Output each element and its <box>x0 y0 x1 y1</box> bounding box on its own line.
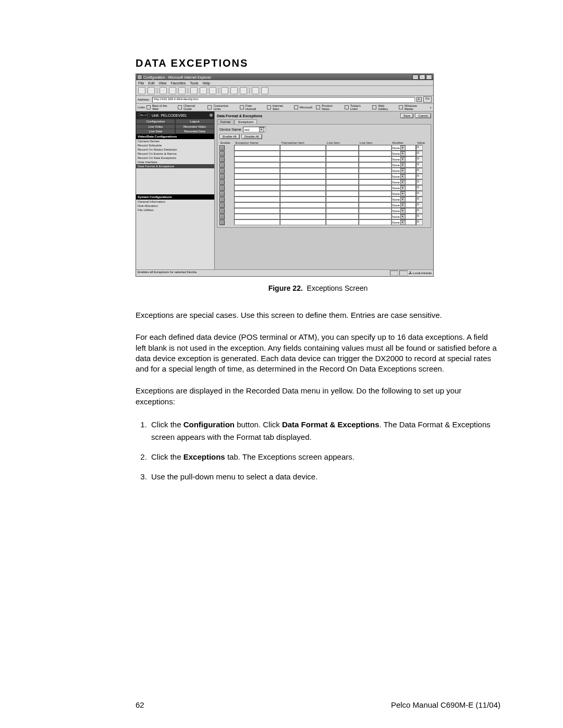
link-item[interactable]: Internet Start <box>273 104 290 110</box>
refresh-icon[interactable] <box>169 87 176 94</box>
back-icon[interactable] <box>138 87 145 94</box>
enable-checkbox[interactable] <box>219 168 225 174</box>
enable-checkbox[interactable] <box>219 191 225 196</box>
modifier-select[interactable]: None▾ <box>391 191 417 196</box>
value-input[interactable]: 0 <box>416 156 423 162</box>
dropdown-icon[interactable]: ▾ <box>400 163 406 168</box>
line-item-input[interactable] <box>359 196 391 202</box>
value-input[interactable]: 0 <box>416 202 423 208</box>
value-input[interactable]: 0 <box>416 162 423 168</box>
minimize-icon[interactable]: _ <box>412 75 419 80</box>
line-item-input[interactable] <box>326 162 359 168</box>
sidebar-item-record-data-exceptions[interactable]: Record On Data Exceptions <box>136 156 214 160</box>
line-item-input[interactable] <box>326 191 359 196</box>
edit-icon[interactable] <box>240 87 247 94</box>
nav-recorded-data[interactable]: Recorded Data <box>175 129 214 134</box>
exception-name-input[interactable] <box>234 191 280 196</box>
transaction-item-input[interactable] <box>280 156 326 162</box>
line-item-input[interactable] <box>359 214 391 219</box>
transaction-item-input[interactable] <box>280 191 326 196</box>
maximize-icon[interactable]: ❐ <box>419 75 425 80</box>
line-item-input[interactable] <box>326 208 359 214</box>
favorites-icon[interactable] <box>200 87 207 94</box>
sidebar-item-camera-names[interactable]: Camera Names <box>136 139 214 143</box>
menu-favorites[interactable]: Favorites <box>170 81 186 85</box>
line-item-input[interactable] <box>326 202 359 208</box>
menu-help[interactable]: Help <box>203 81 210 85</box>
line-item-input[interactable] <box>326 168 359 174</box>
enable-checkbox[interactable] <box>219 208 225 214</box>
transaction-item-input[interactable] <box>280 196 326 202</box>
line-item-input[interactable] <box>326 214 359 219</box>
exception-name-input[interactable] <box>234 208 280 214</box>
address-dropdown-icon[interactable]: ▾ <box>417 97 422 102</box>
close-icon[interactable]: × <box>426 75 432 80</box>
discuss-icon[interactable] <box>252 87 259 94</box>
line-item-input[interactable] <box>359 179 391 185</box>
line-item-input[interactable] <box>359 202 391 208</box>
modifier-select[interactable]: None▾ <box>391 168 417 174</box>
transaction-item-input[interactable] <box>280 168 326 174</box>
stop-icon[interactable] <box>160 87 167 94</box>
enable-checkbox[interactable] <box>219 163 225 168</box>
value-input[interactable]: 0 <box>416 214 423 219</box>
link-item[interactable]: Channel Guide <box>183 104 204 110</box>
enable-all-button[interactable]: Enable All <box>219 134 240 139</box>
exception-name-input[interactable] <box>234 168 280 174</box>
exception-name-input[interactable] <box>234 145 280 151</box>
transaction-item-input[interactable] <box>280 179 326 185</box>
dropdown-icon[interactable]: ▾ <box>400 208 406 214</box>
dropdown-icon[interactable]: ▾ <box>259 127 264 132</box>
transaction-item-input[interactable] <box>280 151 326 156</box>
disable-all-button[interactable]: Disable All <box>241 134 262 139</box>
line-item-input[interactable] <box>359 168 391 174</box>
value-input[interactable]: 0 <box>416 174 423 179</box>
link-item[interactable]: Today's Links <box>350 104 369 110</box>
modifier-select[interactable]: None▾ <box>391 202 417 208</box>
save-button[interactable]: Save <box>400 113 414 118</box>
enable-checkbox[interactable] <box>219 214 225 219</box>
history-icon[interactable] <box>209 87 216 94</box>
modifier-select[interactable]: None▾ <box>391 214 417 219</box>
link-item[interactable]: Product News <box>322 104 341 110</box>
mail-icon[interactable] <box>221 87 228 94</box>
value-input[interactable]: 0 <box>416 151 423 156</box>
transaction-item-input[interactable] <box>280 202 326 208</box>
enable-checkbox[interactable] <box>219 145 225 151</box>
line-item-input[interactable] <box>326 156 359 162</box>
search-icon[interactable] <box>190 87 198 94</box>
transaction-item-input[interactable] <box>280 208 326 214</box>
line-item-input[interactable] <box>326 185 359 191</box>
dropdown-icon[interactable]: ▾ <box>400 174 406 179</box>
line-item-input[interactable] <box>326 174 359 179</box>
line-item-input[interactable] <box>326 179 359 185</box>
dropdown-icon[interactable]: ▾ <box>400 214 406 219</box>
link-item[interactable]: Web Gallery <box>378 104 395 110</box>
line-item-input[interactable] <box>359 219 391 225</box>
value-input[interactable]: 0 <box>416 191 423 196</box>
sidebar-item-record-schedule[interactable]: Record Schedule <box>136 143 214 147</box>
exception-name-input[interactable] <box>234 219 280 225</box>
line-item-input[interactable] <box>326 219 359 225</box>
line-item-input[interactable] <box>359 174 391 179</box>
menu-tools[interactable]: Tools <box>190 81 198 85</box>
line-item-input[interactable] <box>359 162 391 168</box>
enable-checkbox[interactable] <box>219 197 225 202</box>
overflow-icon[interactable]: » <box>430 106 432 109</box>
value-input[interactable]: 0 <box>416 208 423 214</box>
dropdown-icon[interactable]: ▾ <box>400 180 406 185</box>
transaction-item-input[interactable] <box>280 145 326 151</box>
modifier-select[interactable]: None▾ <box>391 174 417 179</box>
enable-checkbox[interactable] <box>219 220 225 225</box>
nav-live-data[interactable]: Live Data <box>136 129 175 134</box>
modifier-select[interactable]: None▾ <box>391 196 417 202</box>
transaction-item-input[interactable] <box>280 219 326 225</box>
nav-logout[interactable]: Logout <box>175 119 214 124</box>
exception-name-input[interactable] <box>234 174 280 179</box>
enable-checkbox[interactable] <box>219 151 225 156</box>
address-input[interactable]: http://192.168.4.46/indexcfg.htm <box>152 97 415 103</box>
sidebar-item-data-interface[interactable]: Data Interface <box>136 160 214 164</box>
transaction-item-input[interactable] <box>280 174 326 179</box>
device-name-select[interactable]: test ▾ <box>243 127 266 132</box>
line-item-input[interactable] <box>359 151 391 156</box>
